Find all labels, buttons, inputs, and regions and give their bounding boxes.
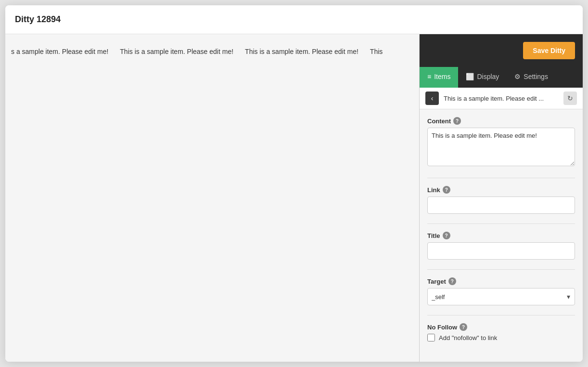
title-group: Title ? [427, 232, 575, 260]
refresh-button[interactable]: ↻ [563, 92, 577, 105]
display-icon: ⬜ [466, 73, 474, 80]
tab-items-label: Items [434, 73, 450, 80]
tab-display[interactable]: ⬜ Display [458, 67, 507, 88]
form-area: Content ? This is a sample item. Please … [420, 109, 583, 362]
list-item: This is a sample item. Please edit me! [239, 44, 364, 59]
title-input[interactable] [427, 242, 575, 260]
list-item: This is a sample item. Please edit me! [114, 44, 239, 59]
tab-settings-label: Settings [524, 73, 548, 80]
nofollow-label: No Follow ? [427, 323, 575, 331]
list-item: This [364, 44, 388, 59]
tabs-bar: ≡ Items ⬜ Display ⚙ Settings [420, 67, 583, 88]
link-label: Link ? [427, 186, 575, 194]
ticker-strip: s a sample item. Please edit me! This is… [5, 44, 419, 59]
link-input[interactable] [427, 197, 575, 214]
content-help-icon[interactable]: ? [453, 117, 461, 125]
title-help-icon[interactable]: ? [443, 232, 450, 239]
list-item: s a sample item. Please edit me! [5, 44, 114, 59]
save-ditty-button[interactable]: Save Ditty [523, 42, 575, 59]
app-header: Ditty 12894 [5, 5, 583, 34]
divider-4 [427, 315, 575, 315]
link-help-icon[interactable]: ? [443, 186, 450, 194]
preview-area: s a sample item. Please edit me! This is… [5, 34, 419, 362]
content-group: Content ? This is a sample item. Please … [427, 117, 575, 168]
title-label: Title ? [427, 232, 575, 239]
refresh-icon: ↻ [567, 94, 573, 102]
target-select-wrapper: _self _blank _parent _top [427, 288, 575, 305]
divider-1 [427, 178, 575, 178]
content-label: Content ? [427, 117, 575, 125]
nofollow-checkbox-group: Add "nofollow" to link [427, 334, 575, 341]
main-body: s a sample item. Please edit me! This is… [5, 34, 583, 362]
target-group: Target ? _self _blank _parent _top [427, 277, 575, 305]
back-button[interactable]: ‹ [425, 92, 439, 105]
tab-settings[interactable]: ⚙ Settings [507, 67, 556, 88]
nofollow-checkbox[interactable] [427, 334, 435, 341]
tab-items[interactable]: ≡ Items [420, 67, 458, 88]
settings-icon: ⚙ [514, 73, 521, 80]
tab-display-label: Display [477, 73, 499, 80]
target-label: Target ? [427, 277, 575, 285]
target-select[interactable]: _self _blank _parent _top [427, 288, 575, 305]
content-input[interactable]: This is a sample item. Please edit me! [427, 128, 575, 166]
items-icon: ≡ [427, 73, 431, 80]
page-title: Ditty 12894 [15, 14, 61, 25]
link-group: Link ? [427, 186, 575, 214]
target-help-icon[interactable]: ? [448, 277, 456, 285]
app-window: Ditty 12894 s a sample item. Please edit… [5, 5, 583, 362]
nofollow-help-icon[interactable]: ? [460, 323, 467, 331]
sidebar-panel: Save Ditty ≡ Items ⬜ Display ⚙ Settings [419, 34, 583, 362]
divider-3 [427, 269, 575, 270]
divider-2 [427, 223, 575, 224]
nofollow-checkbox-label[interactable]: Add "nofollow" to link [439, 334, 497, 341]
nofollow-group: No Follow ? Add "nofollow" to link [427, 323, 575, 341]
item-breadcrumb: This is a sample item. Please edit ... [444, 95, 559, 102]
back-icon: ‹ [431, 94, 434, 102]
back-bar: ‹ This is a sample item. Please edit ...… [420, 88, 583, 109]
sidebar-header: Save Ditty [420, 34, 583, 67]
